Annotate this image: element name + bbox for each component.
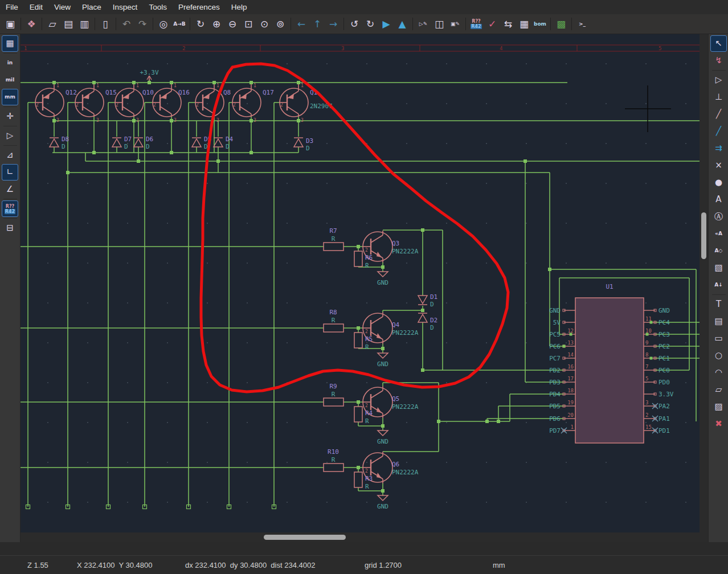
symbol-browser-button[interactable]: ◫ [431,16,447,32]
wires-hv-button[interactable]: ∟ [2,165,18,180]
symbol-Q15[interactable]: 123 [75,83,104,123]
plot-button[interactable]: ▥ [76,16,92,32]
symbol-Q12[interactable]: 123 [35,83,64,123]
zoom-in-button[interactable]: ⊕ [208,16,224,32]
symbol-D8[interactable] [50,138,59,147]
cursor-shape-button[interactable]: ✛ [2,109,18,124]
units-inches-button[interactable]: in [2,55,18,71]
menu-help[interactable]: Help [226,0,253,14]
footprint-editor-button[interactable]: ▣✎ [447,16,463,32]
mirror-horizontal-button[interactable]: ▶ [378,16,394,32]
draw-polygon-button[interactable]: ▱ [711,382,726,397]
symbol-D5[interactable] [192,138,201,147]
symbol-Q1[interactable]: 123 [279,83,308,123]
symbol-Q8[interactable]: 123 [195,83,224,123]
units-mm-button[interactable]: mm [2,89,18,105]
open-pcb-editor-button[interactable]: ▩ [553,16,569,32]
zoom-fit-page-button[interactable]: ⊡ [240,16,256,32]
hierarchy-navigator-button[interactable]: ⊟ [2,220,18,236]
symbol-Q17[interactable]: 123 [232,83,261,123]
menu-tools[interactable]: Tools [143,0,173,14]
redo-button[interactable]: ↷ [134,16,150,32]
vertical-scrollbar-thumb[interactable] [701,212,706,259]
draw-circle-button[interactable]: ○ [711,348,726,363]
net-class-directive-button[interactable]: Ⓐ [711,209,726,224]
undo-button[interactable]: ↶ [118,16,134,32]
wires-free-angle-button[interactable]: ⊿ [2,147,18,163]
toggle-grid-button[interactable]: ▦ [2,36,18,51]
draw-arc-button[interactable]: ◠ [711,365,726,380]
refresh-view-button[interactable]: ↻ [193,16,208,32]
place-power-port-button[interactable]: ⊥ [711,89,726,105]
horizontal-scrollbar[interactable] [21,532,700,542]
symbol-editor-button[interactable]: ▷✎ [415,16,431,32]
delete-tool-button[interactable]: ✖ [711,416,726,432]
menu-inspect[interactable]: Inspect [107,0,144,14]
print-button[interactable]: ▤ [60,16,76,32]
symbol-R7[interactable] [324,243,343,251]
menu-edit[interactable]: Edit [24,0,48,14]
symbol-Q10[interactable]: 123 [114,83,144,123]
find-button[interactable]: ◎ [156,16,171,32]
symbol-D4[interactable] [214,138,223,147]
hierarchical-sheet-button[interactable]: ▧ [711,260,726,276]
symbol-D7[interactable] [112,138,121,147]
zoom-out-button[interactable]: ⊖ [224,16,240,32]
rotate-cw-button[interactable]: ↻ [362,16,378,32]
save-button[interactable]: ▣ [2,16,18,32]
place-junction-button[interactable]: ● [711,175,726,190]
draw-wire-button[interactable]: ╱ [711,106,726,122]
gnd-symbol[interactable] [378,353,388,358]
symbol-R9[interactable] [324,398,343,406]
symbol-D6[interactable] [134,138,143,147]
show-hidden-pins-button[interactable]: ▷ [2,128,18,144]
symbol-R6[interactable] [354,251,362,266]
vertical-scrollbar[interactable] [700,34,708,542]
nav-back-button[interactable]: ← [293,16,309,32]
symbol-fields-table-button[interactable]: ▦ [516,16,532,32]
mirror-vertical-button[interactable]: ▲ [394,16,410,32]
schematic-canvas[interactable]: 1231231231231231231232222GNDGND5VPC411PC… [21,34,700,532]
symbol-D3[interactable] [294,138,303,147]
schematic-drawing[interactable]: 1231231231231231231232222GNDGND5VPC411PC… [21,34,700,532]
symbol-D2[interactable] [418,313,427,322]
export-bom-button[interactable]: bom [532,16,548,32]
symbol-R3[interactable] [354,472,362,487]
draw-rectangle-button[interactable]: ▭ [711,331,726,346]
horizontal-scrollbar-thumb[interactable] [264,535,346,540]
nav-forward-button[interactable]: → [325,16,341,32]
gnd-symbol[interactable] [378,495,388,501]
zoom-fit-objects-button[interactable]: ⊙ [256,16,272,32]
symbol-R10[interactable] [324,464,343,472]
symbol-Q16[interactable]: 123 [152,83,181,123]
place-text-box-button[interactable]: ▤ [711,314,726,329]
menu-preferences[interactable]: Preferences [173,0,226,14]
zoom-selection-button[interactable]: ⊚ [272,16,288,32]
rotate-ccw-button[interactable]: ↺ [346,16,362,32]
scripting-console-button[interactable]: >_ [574,16,590,32]
erc-button[interactable]: ✓ [484,16,500,32]
place-text-button[interactable]: T [711,297,726,312]
net-label-button[interactable]: A [711,192,726,207]
wire-to-bus-entry-button[interactable]: ⇉ [711,141,726,156]
show-hidden-fields-button[interactable]: R??R42 [2,201,18,216]
place-image-button[interactable]: ▨ [711,399,726,415]
symbol-R8[interactable] [324,324,343,332]
sheet-settings-button[interactable]: ❖ [23,16,39,32]
highlight-net-button[interactable]: ↯ [711,53,726,68]
hierarchical-label-button[interactable]: A◇ [711,243,726,259]
draw-bus-button[interactable]: ╱ [711,124,726,139]
gnd-symbol[interactable] [378,272,388,277]
update-symbols-button[interactable]: ⇆ [500,16,516,32]
menu-view[interactable]: View [48,0,76,14]
symbol-R5[interactable] [354,333,362,348]
annotate-button[interactable]: R??R42 [468,16,484,32]
symbol-D1[interactable] [418,296,427,305]
menu-file[interactable]: File [0,0,24,14]
find-replace-button[interactable]: A→B [171,16,187,32]
paste-button[interactable]: ▯ [97,16,113,32]
symbol-R4[interactable] [354,407,362,422]
place-symbol-button[interactable]: ▷ [711,72,726,88]
select-tool-button[interactable]: ↖ [711,36,726,51]
units-mils-button[interactable]: mil [2,72,18,88]
